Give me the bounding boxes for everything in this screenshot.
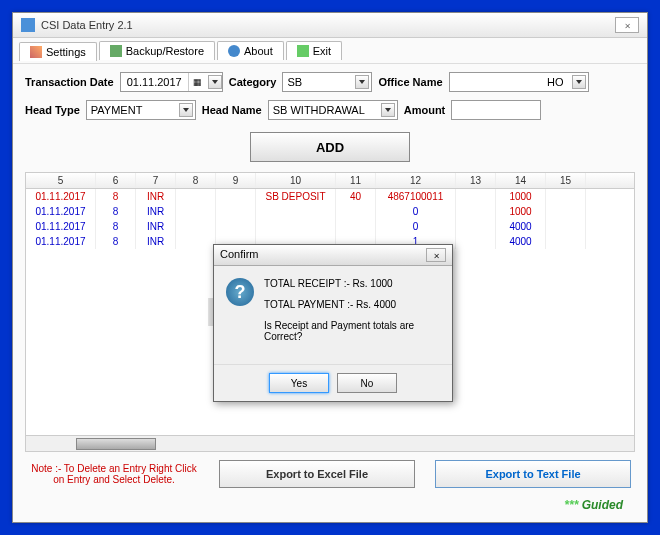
confirm-dialog: Confirm⨉ ? TOTAL RECEIPT :- Rs. 1000 TOT… (213, 244, 453, 402)
no-button[interactable]: No (337, 373, 397, 393)
hscrollbar[interactable] (26, 435, 634, 451)
table-row[interactable]: 01.11.20178INRSB DEPOSIT4048671000111000 (26, 189, 634, 204)
main-window: CSI Data Entry 2.1 ⨉ Settings Backup/Res… (12, 12, 648, 523)
question-icon: ? (226, 278, 254, 306)
app-icon (21, 18, 35, 32)
chevron-down-icon[interactable] (572, 75, 586, 89)
titlebar: CSI Data Entry 2.1 ⨉ (13, 13, 647, 38)
txdate-input[interactable]: 01.11.2017▦ (120, 72, 223, 92)
info-icon (228, 45, 240, 57)
chevron-down-icon[interactable] (355, 75, 369, 89)
dialog-close-icon[interactable]: ⨉ (426, 248, 446, 262)
txdate-label: Transaction Date (25, 76, 114, 88)
chevron-down-icon[interactable] (381, 103, 395, 117)
window-title: CSI Data Entry 2.1 (41, 19, 613, 31)
delete-note: Note :- To Delete an Entry Right Click o… (29, 463, 199, 485)
export-text-button[interactable]: Export to Text File (435, 460, 631, 488)
guided-label: *** Guided (25, 496, 635, 514)
tab-about[interactable]: About (217, 41, 284, 60)
tab-settings-label: Settings (46, 46, 86, 58)
headtype-combo[interactable]: PAYMENT (86, 100, 196, 120)
yes-button[interactable]: Yes (269, 373, 329, 393)
tab-backup-label: Backup/Restore (126, 45, 204, 57)
tab-backup[interactable]: Backup/Restore (99, 41, 215, 60)
dialog-text: TOTAL RECEIPT :- Rs. 1000 TOTAL PAYMENT … (264, 278, 440, 352)
headname-label: Head Name (202, 104, 262, 116)
export-excel-button[interactable]: Export to Excel File (219, 460, 415, 488)
table-row[interactable]: 01.11.20178INR04000 (26, 219, 634, 234)
chevron-down-icon[interactable] (208, 75, 222, 89)
office-combo[interactable]: HO (449, 72, 589, 92)
scroll-thumb[interactable] (76, 438, 156, 450)
footer: Note :- To Delete an Entry Right Click o… (25, 452, 635, 496)
tab-exit[interactable]: Exit (286, 41, 342, 60)
tab-exit-label: Exit (313, 45, 331, 57)
menubar: Settings Backup/Restore About Exit (13, 38, 647, 64)
tab-settings[interactable]: Settings (19, 42, 97, 61)
dialog-title: Confirm (220, 248, 259, 262)
office-label: Office Name (378, 76, 442, 88)
close-icon[interactable]: ⨉ (615, 17, 639, 33)
chevron-down-icon[interactable] (179, 103, 193, 117)
content: Transaction Date 01.11.2017▦ Category SB… (13, 64, 647, 522)
dialog-titlebar: Confirm⨉ (214, 245, 452, 266)
category-combo[interactable]: SB (282, 72, 372, 92)
amount-input[interactable] (451, 100, 541, 120)
headtype-label: Head Type (25, 104, 80, 116)
wrench-icon (30, 46, 42, 58)
exit-icon (297, 45, 309, 57)
table-row[interactable]: 01.11.20178INR01000 (26, 204, 634, 219)
amount-label: Amount (404, 104, 446, 116)
headname-combo[interactable]: SB WITHDRAWAL (268, 100, 398, 120)
calendar-icon[interactable]: ▦ (188, 73, 206, 91)
category-label: Category (229, 76, 277, 88)
tab-about-label: About (244, 45, 273, 57)
add-button[interactable]: ADD (250, 132, 410, 162)
disk-icon (110, 45, 122, 57)
grid-header: 56789101112131415 (26, 173, 634, 189)
